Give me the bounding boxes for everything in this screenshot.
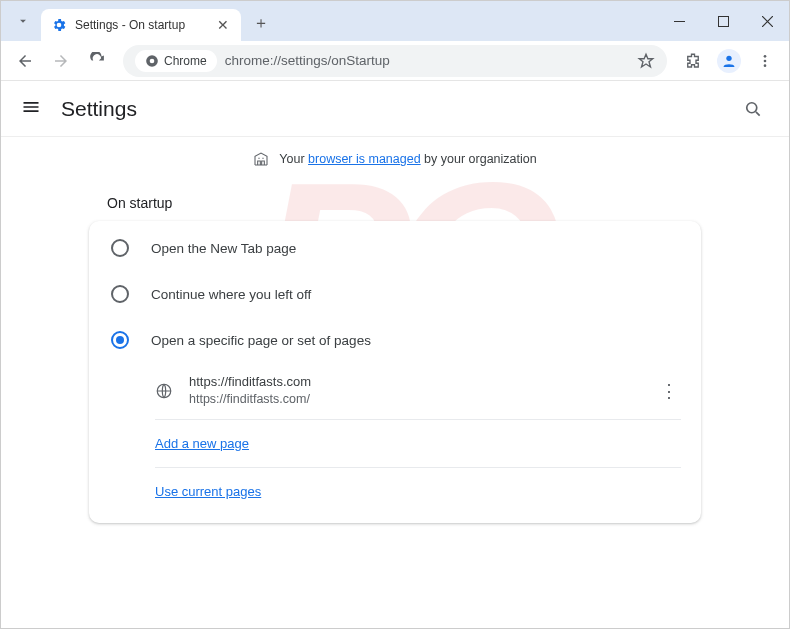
svg-point-7 [764, 64, 767, 67]
close-icon[interactable]: ✕ [215, 17, 231, 33]
hamburger-button[interactable] [21, 97, 45, 121]
svg-point-6 [764, 59, 767, 62]
managed-notice: Your browser is managed by your organiza… [1, 137, 789, 181]
search-settings-button[interactable] [737, 93, 769, 125]
maximize-button[interactable] [701, 1, 745, 41]
browser-tab[interactable]: Settings - On startup ✕ [41, 9, 241, 41]
radio-label: Open the New Tab page [151, 241, 296, 256]
chrome-icon [145, 54, 159, 68]
page-url-text: https://finditfasts.com/ [189, 391, 643, 409]
radio-icon [111, 239, 129, 257]
tab-search-button[interactable] [9, 7, 37, 35]
use-current-link[interactable]: Use current pages [155, 484, 261, 499]
gear-icon [51, 17, 67, 33]
radio-icon [111, 331, 129, 349]
settings-header: Settings [1, 81, 789, 137]
globe-icon [155, 382, 173, 400]
radio-new-tab[interactable]: Open the New Tab page [89, 225, 701, 271]
minimize-button[interactable] [657, 1, 701, 41]
window-controls [657, 1, 789, 41]
page-title-text: https://finditfasts.com [189, 373, 643, 391]
svg-point-5 [764, 55, 767, 58]
startup-page-row: https://finditfasts.com https://finditfa… [155, 363, 701, 419]
star-icon [637, 52, 655, 70]
menu-button[interactable] [749, 45, 781, 77]
close-window-button[interactable] [745, 1, 789, 41]
startup-card: Open the New Tab page Continue where you… [89, 221, 701, 523]
forward-button[interactable] [45, 45, 77, 77]
tab-strip: Settings - On startup ✕ ＋ [1, 1, 789, 41]
radio-label: Continue where you left off [151, 287, 311, 302]
add-page-link[interactable]: Add a new page [155, 436, 249, 451]
extensions-button[interactable] [677, 45, 709, 77]
radio-label: Open a specific page or set of pages [151, 333, 371, 348]
back-button[interactable] [9, 45, 41, 77]
section-title: On startup [89, 181, 701, 221]
url-text: chrome://settings/onStartup [225, 53, 629, 68]
reload-button[interactable] [81, 45, 113, 77]
svg-rect-1 [718, 16, 728, 26]
svg-point-3 [150, 58, 155, 63]
reload-icon [89, 52, 106, 69]
bookmark-button[interactable] [637, 52, 655, 70]
building-icon [253, 151, 269, 167]
add-page-row: Add a new page [155, 420, 701, 467]
radio-specific-pages[interactable]: Open a specific page or set of pages [89, 317, 701, 363]
avatar [717, 49, 741, 73]
svg-point-8 [747, 102, 757, 112]
page-more-button[interactable]: ⋮ [659, 380, 683, 402]
svg-rect-0 [674, 21, 685, 22]
managed-text: Your browser is managed by your organiza… [279, 152, 536, 166]
page-title: Settings [61, 97, 137, 121]
omnibox[interactable]: Chrome chrome://settings/onStartup [123, 45, 667, 77]
arrow-left-icon [16, 52, 34, 70]
tab-title: Settings - On startup [75, 18, 207, 32]
search-icon [743, 99, 763, 119]
arrow-right-icon [52, 52, 70, 70]
profile-button[interactable] [713, 45, 745, 77]
managed-link[interactable]: browser is managed [308, 152, 421, 166]
page-info: https://finditfasts.com https://finditfa… [189, 373, 643, 409]
use-current-row: Use current pages [155, 468, 701, 515]
site-chip-label: Chrome [164, 54, 207, 68]
site-chip[interactable]: Chrome [135, 50, 217, 72]
more-vert-icon [757, 53, 773, 69]
person-icon [721, 53, 737, 69]
toolbar: Chrome chrome://settings/onStartup [1, 41, 789, 81]
radio-icon [111, 285, 129, 303]
svg-point-4 [726, 55, 731, 60]
puzzle-icon [684, 52, 702, 70]
radio-continue[interactable]: Continue where you left off [89, 271, 701, 317]
page-content: Settings Your browser is managed by your… [1, 81, 789, 629]
chevron-down-icon [16, 14, 30, 28]
menu-icon [21, 97, 41, 117]
new-tab-button[interactable]: ＋ [247, 9, 275, 37]
